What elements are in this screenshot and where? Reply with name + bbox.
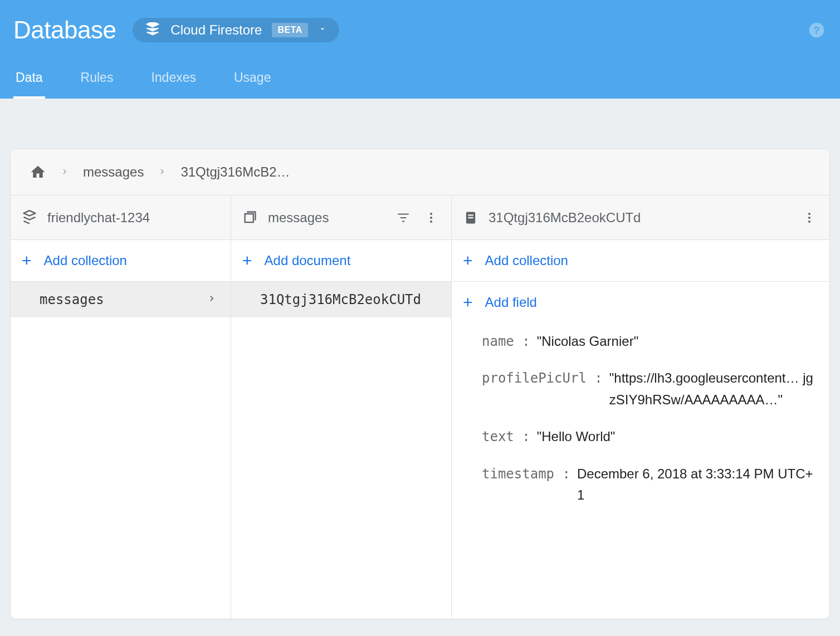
product-selector-chip[interactable]: Cloud Firestore BETA [133, 18, 339, 42]
help-button[interactable]: ? [807, 20, 827, 40]
beta-badge: BETA [272, 23, 307, 37]
firestore-icon [22, 210, 37, 226]
svg-point-10 [808, 221, 810, 223]
add-collection-label: Add collection [44, 253, 127, 268]
column-document: 31Qtgj316McB2eokCUTd + Add collection + … [452, 195, 829, 619]
filter-button[interactable] [394, 209, 412, 227]
field-value: https://lh3.googleusercontent… jgzSIY9hR… [609, 368, 816, 410]
field-row[interactable]: name Nicolas Garnier [452, 323, 829, 360]
field-value: Hello World [537, 426, 616, 447]
field-key: profilePicUrl [482, 368, 603, 389]
data-panel: messages 31Qtgj316McB2… friendlychat-123… [10, 149, 830, 619]
tab-usage[interactable]: Usage [232, 70, 273, 99]
caret-down-icon [318, 25, 327, 36]
field-value: Nicolas Garnier [537, 331, 638, 352]
field-key: timestamp [482, 463, 570, 485]
chevron-right-icon [60, 164, 70, 180]
plus-icon: + [242, 252, 252, 269]
collection-icon [242, 210, 258, 226]
firestore-icon [145, 22, 160, 38]
chevron-right-icon [206, 292, 217, 307]
svg-rect-6 [468, 214, 473, 216]
svg-point-4 [430, 221, 432, 223]
field-value: December 6, 2018 at 3:33:14 PM UTC+1 [577, 463, 816, 506]
page-title: Database [13, 16, 116, 44]
plus-icon: + [463, 252, 473, 269]
document-title: 31Qtgj316McB2eokCUTd [489, 210, 790, 226]
breadcrumb-document[interactable]: 31Qtgj316McB2… [180, 164, 290, 180]
breadcrumb-collection[interactable]: messages [83, 164, 144, 180]
more-menu-button[interactable] [422, 209, 440, 227]
add-field-button[interactable]: + Add field [452, 282, 829, 323]
add-subcollection-button[interactable]: + Add collection [452, 240, 829, 282]
plus-icon: + [22, 252, 32, 269]
add-document-label: Add document [265, 253, 351, 268]
svg-point-8 [808, 213, 810, 215]
collection-list-item[interactable]: messages [11, 282, 231, 317]
field-key: text [482, 426, 530, 447]
column-root: friendlychat-1234 + Add collection messa… [11, 195, 231, 619]
header-tabs: Data Rules Indexes Usage [13, 70, 827, 99]
field-row[interactable]: timestamp December 6, 2018 at 3:33:14 PM… [452, 456, 829, 514]
more-menu-button[interactable] [800, 209, 818, 227]
svg-point-2 [430, 213, 432, 215]
field-row[interactable]: profilePicUrl https://lh3.googleusercont… [452, 360, 829, 418]
product-name-label: Cloud Firestore [170, 22, 262, 38]
app-header: Database Cloud Firestore BETA ? Data Rul… [0, 0, 840, 99]
collection-item-label: messages [40, 292, 104, 307]
svg-rect-7 [468, 217, 473, 218]
document-list-item[interactable]: 31Qtgj316McB2eokCUTd [231, 282, 451, 317]
chevron-right-icon [157, 164, 167, 180]
add-subcollection-label: Add collection [485, 253, 568, 268]
document-icon [463, 210, 478, 226]
tab-rules[interactable]: Rules [79, 70, 116, 99]
tab-data[interactable]: Data [13, 70, 45, 99]
plus-icon: + [463, 294, 473, 311]
svg-point-3 [430, 217, 432, 219]
column-collection: messages + Add document 31Qtgj316McB2eok… [231, 195, 452, 619]
svg-text:?: ? [813, 25, 819, 36]
svg-point-9 [808, 217, 810, 219]
add-collection-button[interactable]: + Add collection [11, 240, 231, 282]
document-item-label: 31Qtgj316McB2eokCUTd [260, 292, 421, 307]
home-icon[interactable] [30, 164, 46, 180]
tab-indexes[interactable]: Indexes [149, 70, 198, 99]
breadcrumb: messages 31Qtgj316McB2… [11, 149, 829, 195]
add-field-label: Add field [485, 295, 537, 310]
root-title: friendlychat-1234 [47, 210, 219, 226]
collection-title: messages [268, 210, 384, 226]
add-document-button[interactable]: + Add document [231, 240, 451, 282]
field-key: name [482, 331, 530, 352]
field-row[interactable]: text Hello World [452, 418, 829, 455]
